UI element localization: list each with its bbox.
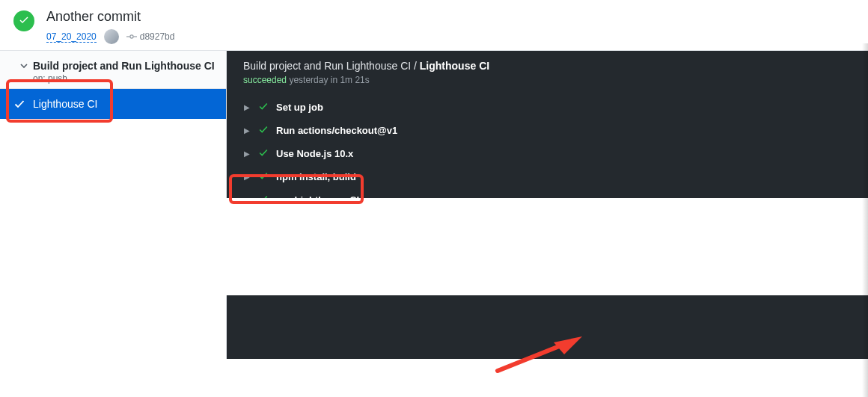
log-line: Open the report at https://storage.googl… — [249, 358, 868, 372]
check-icon — [258, 194, 269, 206]
line-text: npm WARN deprecated mkdirp@0.5.1: Legacy… — [278, 227, 748, 241]
log-line: 1▸ Run npm install -g @lhci/cli@0.3.x — [249, 213, 868, 227]
log-step[interactable]: ▶Use Node.js 10.x — [227, 142, 868, 165]
workflow-title: Build project and Run Lighthouse CI — [33, 60, 215, 72]
line-text: Open the report at https://storage.googl… — [278, 358, 868, 372]
line-number: 1 — [249, 213, 270, 227]
check-icon — [13, 98, 25, 110]
line-number: 30 — [249, 386, 270, 397]
toggle-icon: ▶ — [243, 103, 251, 111]
log-step[interactable]: ▶Run actions/checkout@v1 — [227, 119, 868, 142]
line-number: 6 — [249, 241, 270, 255]
log-line: 6npm WARN deprecated request@2.88.2: req… — [249, 241, 868, 255]
line-number: 9 — [249, 283, 270, 297]
check-icon — [258, 170, 269, 183]
commit-title: Another commit — [46, 9, 174, 25]
log-line: 29No GitHub token set, skipping. — [249, 372, 868, 386]
log-panel: Build project and Run Lighthouse CI / Li… — [227, 51, 868, 397]
step-label: Set up job — [276, 102, 323, 113]
commit-sha-text: d8927bd — [140, 31, 175, 42]
svg-point-0 — [130, 35, 133, 38]
line-text: + @lhci/cli@0.3.14 — [278, 268, 375, 283]
workflow-header[interactable]: Build project and Run Lighthouse CI on: … — [0, 51, 226, 89]
breadcrumb-prefix: Build project and Run Lighthouse CI / — [243, 60, 420, 72]
status-rest: yesterday in 1m 21s — [287, 75, 370, 85]
check-icon — [258, 124, 269, 137]
chevron-down-icon — [19, 61, 28, 70]
toggle-icon: ▶ — [243, 173, 251, 181]
check-icon — [258, 101, 269, 114]
commit-sha[interactable]: d8927bd — [126, 31, 175, 42]
line-number: 5 — [249, 227, 270, 241]
job-status: succeeded yesterday in 1m 21s — [243, 75, 852, 85]
log-step[interactable]: ▼run Lighthouse CI — [227, 188, 868, 212]
log-line: 30 — [249, 386, 868, 397]
breadcrumb: Build project and Run Lighthouse CI / Li… — [243, 60, 852, 72]
toggle-icon: ▶ — [243, 150, 251, 158]
workflow-trigger: on: push — [33, 73, 221, 84]
log-line: 9added 300 — [249, 283, 868, 297]
author-avatar[interactable] — [104, 29, 119, 44]
log-line: 7/opt/hostedtoolcache/node/10.21.0/x64/b… — [249, 255, 868, 269]
line-text: /opt/hostedtoolcache/node/10.21.0/x64/bi… — [278, 255, 581, 269]
check-icon — [258, 147, 269, 160]
line-text: ▸ Run npm install -g @lhci/cli@0.3.x — [278, 213, 472, 227]
status-check-icon — [13, 10, 34, 31]
sidebar-job-active[interactable]: Lighthouse CI — [0, 89, 226, 119]
line-number: 7 — [249, 255, 270, 269]
toggle-icon: ▼ — [243, 196, 251, 204]
log-step[interactable]: ▶Set up job — [227, 96, 868, 119]
line-text: npm WARN deprecated request@2.88.2: requ… — [278, 241, 667, 255]
breadcrumb-active: Lighthouse CI — [420, 60, 489, 72]
step-label: Use Node.js 10.x — [276, 148, 353, 159]
line-number: 29 — [249, 372, 270, 386]
commit-header: Another commit 07_20_2020 d8927bd — [0, 0, 868, 50]
log-line: 8+ @lhci/cli@0.3.14 — [249, 268, 868, 283]
line-number: 8 — [249, 268, 270, 283]
branch-link[interactable]: 07_20_2020 — [46, 31, 97, 43]
line-text: No GitHub token set, skipping. — [278, 372, 440, 386]
status-text: succeeded — [243, 75, 287, 85]
sidebar: Build project and Run Lighthouse CI on: … — [0, 51, 227, 397]
step-label: run Lighthouse CI — [276, 194, 359, 206]
toggle-icon: ▶ — [243, 126, 251, 135]
step-label: npm install, build — [276, 171, 356, 182]
sidebar-job-label: Lighthouse CI — [33, 98, 97, 110]
log-step[interactable]: ▶npm install, build — [227, 165, 868, 188]
line-text: added 300 — [278, 283, 331, 297]
log-line: 5npm WARN deprecated mkdirp@0.5.1: Legac… — [249, 227, 868, 241]
step-label: Run actions/checkout@v1 — [276, 125, 397, 136]
